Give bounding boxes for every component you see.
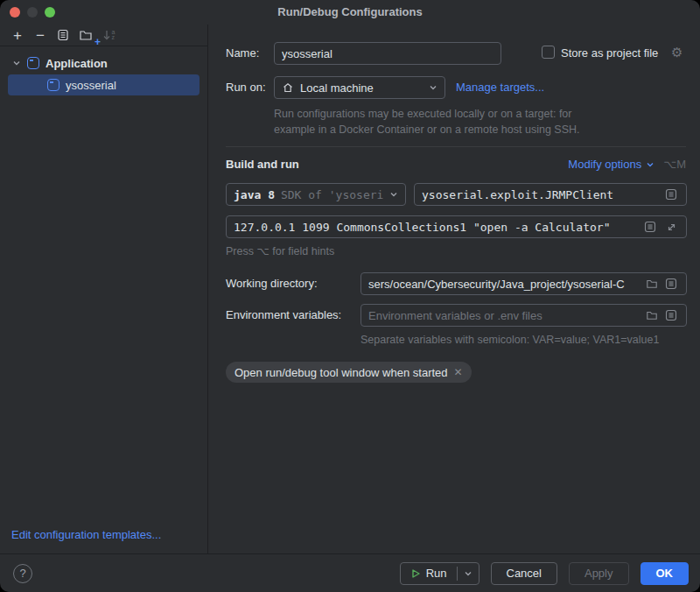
tree-group-application[interactable]: Application	[0, 53, 207, 74]
program-arguments-field[interactable]	[226, 215, 687, 238]
close-icon[interactable]: ✕	[454, 366, 463, 378]
environment-variables-label: Environment variables:	[226, 308, 341, 321]
tree-group-label: Application	[46, 57, 108, 70]
expand-field-icon[interactable]	[663, 187, 679, 202]
field-hints-text: Press ⌥ for field hints	[226, 244, 334, 257]
expand-window-icon[interactable]	[663, 219, 679, 235]
chevron-down-icon[interactable]	[12, 59, 21, 67]
chevron-down-icon	[464, 569, 472, 578]
expand-field-icon[interactable]	[663, 276, 679, 292]
modify-options-shortcut: ⌥M	[663, 158, 686, 171]
run-on-hint-line2: example in a Docker Container or on a re…	[274, 123, 579, 136]
run-debug-configurations-dialog: Run/Debug Configurations + − +	[0, 0, 700, 592]
ok-button[interactable]: OK	[640, 562, 690, 585]
dialog-title: Run/Debug Configurations	[0, 0, 700, 25]
configurations-tree: Application ysosserial	[0, 46, 207, 95]
jdk-description: SDK of 'ysoseri	[281, 188, 383, 201]
modify-options-link[interactable]: Modify options	[568, 158, 641, 171]
chevron-down-icon[interactable]	[646, 160, 654, 169]
name-field[interactable]	[274, 42, 501, 65]
run-on-label: Run on:	[226, 81, 266, 94]
expand-field-icon[interactable]	[663, 307, 679, 323]
run-button-label: Run	[426, 567, 447, 580]
manage-targets-link[interactable]: Manage targets...	[456, 81, 544, 94]
run-button[interactable]: Run	[401, 567, 457, 580]
edit-configuration-templates-link[interactable]: Edit configuration templates...	[11, 528, 161, 541]
configurations-sidebar: + − + az	[0, 25, 208, 553]
remove-configuration-icon[interactable]: −	[29, 26, 52, 44]
expand-field-icon[interactable]	[642, 219, 658, 235]
chip-label: Open run/debug tool window when started	[234, 366, 448, 379]
main-class-field[interactable]	[414, 183, 687, 206]
run-on-combobox[interactable]: Local machine	[274, 76, 445, 99]
store-as-project-file-checkbox[interactable]	[542, 46, 555, 59]
configuration-form: Name: Store as project file ⚙ Run on: Lo…	[209, 25, 700, 553]
chevron-down-icon	[429, 83, 438, 92]
working-directory-field[interactable]	[360, 272, 687, 295]
build-and-run-section-title: Build and run	[226, 158, 299, 171]
add-configuration-icon[interactable]: +	[6, 26, 29, 44]
section-separator	[226, 146, 686, 147]
footer-buttons: Run Cancel Apply OK	[400, 562, 700, 585]
tree-item-ysosserial-selected[interactable]: ysosserial	[8, 74, 200, 95]
environment-variables-hint: Separate variables with semicolon: VAR=v…	[360, 334, 659, 346]
sidebar-toolbar: + − + az	[0, 25, 207, 46]
cancel-button[interactable]: Cancel	[491, 562, 557, 585]
working-directory-label: Working directory:	[226, 277, 318, 290]
local-machine-icon	[282, 81, 294, 94]
help-button[interactable]: ?	[13, 564, 32, 583]
run-on-hint-line1: Run configurations may be executed local…	[274, 108, 571, 120]
tree-item-label: ysosserial	[66, 79, 116, 92]
open-tool-window-chip[interactable]: Open run/debug tool window when started …	[226, 362, 472, 383]
run-on-value: Local machine	[300, 81, 374, 95]
store-as-project-file-label: Store as project file	[561, 46, 658, 60]
program-arguments-input[interactable]	[234, 221, 642, 234]
run-split-button: Run	[400, 562, 480, 585]
browse-folder-icon[interactable]	[644, 307, 660, 323]
environment-variables-input[interactable]	[368, 309, 644, 322]
environment-variables-field[interactable]	[360, 304, 687, 327]
dialog-footer: ? Run Cancel Apply OK	[0, 553, 700, 592]
title-bar: Run/Debug Configurations	[0, 0, 700, 25]
run-options-chevron[interactable]	[458, 569, 479, 578]
application-type-icon	[46, 78, 60, 92]
play-icon	[410, 568, 421, 579]
jdk-combobox[interactable]: java 8 SDK of 'ysoseri	[226, 183, 406, 206]
main-class-input[interactable]	[422, 188, 663, 201]
apply-button: Apply	[569, 562, 629, 585]
name-input[interactable]	[282, 47, 494, 60]
new-folder-icon[interactable]: +	[74, 26, 97, 44]
name-label: Name:	[226, 46, 259, 60]
copy-configuration-icon[interactable]	[52, 26, 74, 44]
browse-folder-icon[interactable]	[644, 276, 660, 292]
jdk-value: java 8	[234, 188, 275, 201]
application-type-icon	[26, 56, 40, 70]
modify-options-area: Modify options ⌥M	[568, 158, 686, 171]
store-settings-gear-icon[interactable]: ⚙	[671, 46, 682, 59]
chevron-down-icon	[389, 190, 398, 199]
working-directory-input[interactable]	[368, 278, 644, 291]
